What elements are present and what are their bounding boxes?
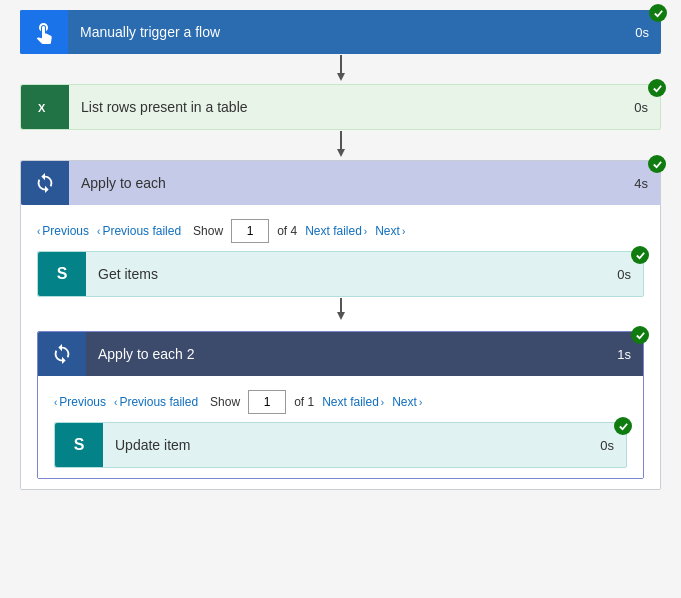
- step-row-manual-trigger: Manually trigger a flow 0s: [20, 10, 661, 54]
- of-label-2: of 1: [294, 395, 314, 409]
- step-card-manual-trigger: Manually trigger a flow 0s: [20, 10, 661, 54]
- group-body-apply-each-1: ‹ Previous ‹ Previous failed Show of 4 N…: [21, 205, 660, 489]
- group-card-apply-each-1: Apply to each 4s ‹ Previous ‹ Previous f…: [20, 160, 661, 490]
- prev-failed-button-2[interactable]: ‹ Previous failed: [114, 395, 198, 409]
- inner-step-label-get-items: Get items: [86, 266, 605, 282]
- inner-step-icon-update-item: S: [55, 423, 103, 467]
- hand-icon: [32, 20, 56, 44]
- checkmark-icon-manual: [653, 8, 664, 19]
- inner-step-update-item: S Update item 0s: [54, 422, 627, 468]
- prev-label-1: Previous: [42, 224, 89, 238]
- inner-step-duration-update-item: 0s: [588, 438, 626, 453]
- sub-group-body-apply-each-2: ‹ Previous ‹ Previous failed Show of 1 N…: [38, 376, 643, 478]
- inner-step-duration-get-items: 0s: [605, 267, 643, 282]
- show-label-2: Show: [210, 395, 240, 409]
- pagination-row-1: ‹ Previous ‹ Previous failed Show of 4 N…: [37, 215, 644, 251]
- show-label-1: Show: [193, 224, 223, 238]
- check-badge-get-items: [631, 246, 649, 264]
- check-badge-list-rows: [648, 79, 666, 97]
- check-badge-apply-each-1: [648, 155, 666, 173]
- prev-failed-label-1: Previous failed: [102, 224, 181, 238]
- arrow-icon-2: [333, 131, 349, 159]
- next-button-1[interactable]: Next ›: [375, 224, 405, 238]
- svg-marker-7: [337, 312, 345, 320]
- step-label-apply-each-2: Apply to each 2: [86, 346, 605, 362]
- arrow-down-1: [20, 54, 661, 84]
- step-icon-list-rows: X: [21, 85, 69, 129]
- chevron-right-next-failed-2: ›: [381, 397, 384, 408]
- sharepoint-icon-get-items: S: [57, 265, 68, 283]
- prev-failed-button-1[interactable]: ‹ Previous failed: [97, 224, 181, 238]
- loop-icon-2: [51, 343, 73, 365]
- chevron-right-next-1: ›: [402, 226, 405, 237]
- next-failed-label-2: Next failed: [322, 395, 379, 409]
- flow-container: Manually trigger a flow 0s X List rows p…: [20, 10, 661, 494]
- prev-failed-label-2: Previous failed: [119, 395, 198, 409]
- svg-marker-1: [337, 73, 345, 81]
- step-label-list-rows: List rows present in a table: [69, 99, 622, 115]
- arrow-icon-inner-1: [333, 298, 349, 322]
- next-failed-button-2[interactable]: Next failed ›: [322, 395, 384, 409]
- sharepoint-icon-update-item: S: [74, 436, 85, 454]
- prev-label-2: Previous: [59, 395, 106, 409]
- arrow-down-inner-1: [37, 297, 644, 323]
- chevron-right-next-2: ›: [419, 397, 422, 408]
- step-label-apply-each-1: Apply to each: [69, 175, 622, 191]
- arrow-icon-1: [333, 55, 349, 83]
- next-button-2[interactable]: Next ›: [392, 395, 422, 409]
- check-badge-update-item: [614, 417, 632, 435]
- page-input-1[interactable]: [231, 219, 269, 243]
- next-label-2: Next: [392, 395, 417, 409]
- of-label-1: of 4: [277, 224, 297, 238]
- inner-step-get-items: S Get items 0s: [37, 251, 644, 297]
- excel-icon: X: [33, 95, 57, 119]
- checkmark-icon-get-items: [635, 250, 646, 261]
- step-card-list-rows: X List rows present in a table 0s: [20, 84, 661, 130]
- step-icon-apply-each-1: [21, 161, 69, 205]
- checkmark-icon-update-item: [618, 421, 629, 432]
- step-duration-manual-trigger: 0s: [623, 25, 661, 40]
- check-badge-apply-each-2: [631, 326, 649, 344]
- chevron-left-prev-failed-2: ‹: [114, 397, 117, 408]
- step-icon-apply-each-2: [38, 332, 86, 376]
- inner-step-label-update-item: Update item: [103, 437, 588, 453]
- checkmark-icon-apply-each-1: [652, 159, 663, 170]
- sub-group-apply-each-2: Apply to each 2 1s ‹ Previous: [37, 331, 644, 479]
- loop-icon-1: [34, 172, 56, 194]
- svg-text:X: X: [38, 102, 46, 114]
- step-icon-manual-trigger: [20, 10, 68, 54]
- group-header-apply-each-1: Apply to each 4s: [21, 161, 660, 205]
- chevron-left-prev-1: ‹: [37, 226, 40, 237]
- checkmark-icon-apply-each-2: [635, 330, 646, 341]
- step-row-list-rows: X List rows present in a table 0s: [20, 84, 661, 130]
- pagination-row-2: ‹ Previous ‹ Previous failed Show of 1 N…: [54, 386, 627, 422]
- next-failed-button-1[interactable]: Next failed ›: [305, 224, 367, 238]
- checkmark-icon-list-rows: [652, 83, 663, 94]
- sub-group-header-apply-each-2: Apply to each 2 1s: [38, 332, 643, 376]
- step-label-manual-trigger: Manually trigger a flow: [68, 24, 623, 40]
- step-duration-apply-each-2: 1s: [605, 347, 643, 362]
- page-input-2[interactable]: [248, 390, 286, 414]
- chevron-right-next-failed-1: ›: [364, 226, 367, 237]
- chevron-left-prev-2: ‹: [54, 397, 57, 408]
- inner-step-icon-get-items: S: [38, 252, 86, 296]
- prev-button-2[interactable]: ‹ Previous: [54, 395, 106, 409]
- chevron-left-prev-failed-1: ‹: [97, 226, 100, 237]
- arrow-down-2: [20, 130, 661, 160]
- prev-button-1[interactable]: ‹ Previous: [37, 224, 89, 238]
- next-failed-label-1: Next failed: [305, 224, 362, 238]
- svg-marker-5: [337, 149, 345, 157]
- step-duration-apply-each-1: 4s: [622, 176, 660, 191]
- next-label-1: Next: [375, 224, 400, 238]
- check-badge-manual-trigger: [649, 4, 667, 22]
- step-duration-list-rows: 0s: [622, 100, 660, 115]
